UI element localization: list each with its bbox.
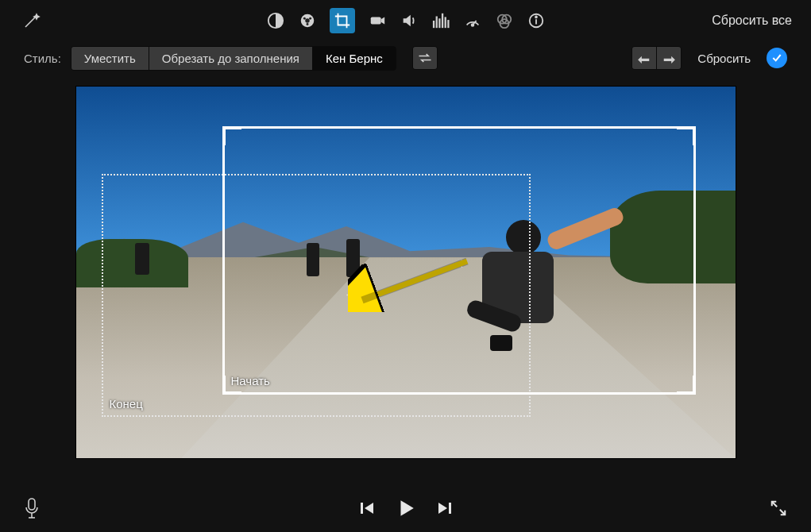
start-frame-label: Начать bbox=[231, 374, 270, 387]
style-fill-button[interactable]: Обрезать до заполнения bbox=[149, 47, 313, 70]
svg-rect-9 bbox=[438, 18, 440, 28]
svg-rect-22 bbox=[29, 499, 35, 510]
svg-rect-26 bbox=[449, 503, 451, 514]
microphone-icon[interactable] bbox=[24, 498, 40, 521]
end-frame-label: Конец bbox=[110, 397, 143, 411]
svg-point-5 bbox=[306, 23, 308, 25]
svg-rect-8 bbox=[435, 17, 437, 29]
crop-icon[interactable] bbox=[330, 8, 355, 33]
video-preview: Конец Начать + + bbox=[75, 86, 736, 459]
svg-point-2 bbox=[305, 18, 310, 23]
rotate-ccw-icon bbox=[635, 52, 653, 64]
next-button[interactable] bbox=[437, 500, 453, 519]
equalizer-icon[interactable] bbox=[431, 11, 450, 30]
rotate-ccw-button[interactable] bbox=[632, 47, 657, 69]
rotate-cw-icon bbox=[660, 52, 678, 64]
svg-point-4 bbox=[309, 17, 311, 20]
play-button[interactable] bbox=[396, 498, 416, 521]
fullscreen-button[interactable] bbox=[770, 499, 787, 519]
crop-style-segment: Уместить Обрезать до заполнения Кен Берн… bbox=[71, 46, 396, 71]
style-label: Стиль: bbox=[24, 52, 61, 65]
info-icon[interactable] bbox=[527, 11, 546, 30]
rotate-segment bbox=[631, 46, 682, 70]
svg-rect-11 bbox=[444, 17, 446, 28]
color-balance-icon[interactable] bbox=[266, 11, 285, 30]
swap-icon bbox=[417, 52, 433, 64]
speedometer-icon[interactable] bbox=[463, 11, 482, 30]
checkmark-icon bbox=[770, 52, 783, 64]
crosshair-icon: + bbox=[458, 255, 467, 273]
fullscreen-icon bbox=[770, 499, 787, 517]
svg-rect-10 bbox=[441, 13, 442, 28]
resize-handle-br[interactable] bbox=[677, 376, 696, 395]
volume-icon[interactable] bbox=[400, 11, 419, 30]
magic-wand-icon[interactable] bbox=[22, 11, 41, 30]
resize-handle-tr[interactable] bbox=[677, 126, 696, 145]
svg-rect-7 bbox=[432, 21, 434, 28]
svg-rect-6 bbox=[370, 17, 380, 24]
reset-crop-button[interactable]: Сбросить bbox=[697, 52, 751, 65]
resize-handle-tl[interactable] bbox=[222, 126, 241, 145]
swap-frames-button[interactable] bbox=[412, 46, 438, 70]
style-kenburns-button[interactable]: Кен Бернс bbox=[313, 47, 396, 70]
crop-options-bar: Стиль: Уместить Обрезать до заполнения К… bbox=[0, 41, 811, 75]
rotate-cw-button[interactable] bbox=[657, 47, 681, 69]
previous-icon bbox=[359, 500, 375, 516]
play-icon bbox=[396, 498, 416, 519]
color-wheel-icon[interactable] bbox=[298, 11, 317, 30]
svg-point-3 bbox=[303, 17, 305, 20]
previous-button[interactable] bbox=[359, 500, 375, 519]
transport-controls bbox=[359, 498, 453, 521]
svg-rect-25 bbox=[361, 503, 363, 514]
video-effects-icon[interactable] bbox=[368, 11, 387, 30]
svg-point-19 bbox=[535, 17, 537, 18]
crosshair-icon: + bbox=[346, 287, 356, 305]
color-filters-icon[interactable] bbox=[495, 11, 514, 30]
apply-button[interactable] bbox=[767, 48, 787, 68]
next-icon bbox=[437, 500, 453, 516]
svg-rect-12 bbox=[447, 20, 449, 28]
style-fit-button[interactable]: Уместить bbox=[71, 47, 149, 70]
inspector-toolbar: Сбросить все bbox=[0, 0, 811, 41]
reset-all-button[interactable]: Сбросить все bbox=[712, 13, 792, 28]
playback-bar bbox=[0, 486, 811, 532]
